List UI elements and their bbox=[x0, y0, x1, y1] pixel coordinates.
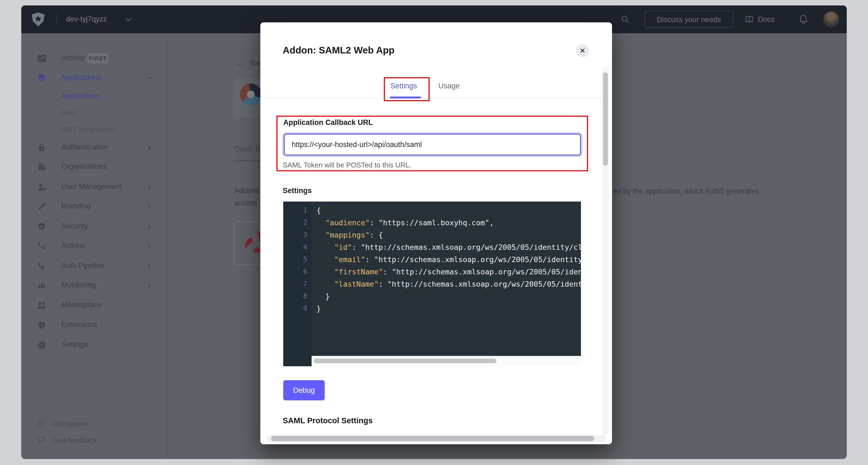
avatar[interactable] bbox=[823, 11, 839, 27]
sidebar-item-label: Settings bbox=[61, 340, 88, 349]
sidebar-item-branding[interactable]: Branding bbox=[21, 199, 167, 214]
tab-usage[interactable]: Usage bbox=[438, 82, 460, 90]
sidebar-item-label: SSO Integrations bbox=[61, 125, 115, 134]
sidebar-item-user-management[interactable]: User Management bbox=[21, 179, 167, 195]
first-badge: FIRST bbox=[87, 53, 108, 63]
debug-button[interactable]: Debug bbox=[283, 380, 325, 400]
back-arrow-icon: ← bbox=[236, 59, 245, 67]
code-line: } bbox=[316, 302, 581, 315]
code-scrollbar-thumb[interactable] bbox=[314, 359, 496, 363]
sidebar-item-security[interactable]: Security bbox=[21, 219, 167, 234]
code-line: "mappings": { bbox=[316, 229, 581, 241]
chevron-down-icon bbox=[147, 75, 153, 81]
docs-link[interactable]: Docs bbox=[744, 13, 775, 25]
app-logo-icon bbox=[240, 83, 262, 105]
shield-icon bbox=[37, 222, 46, 231]
discuss-your-needs-button[interactable]: Discuss your needs bbox=[645, 11, 733, 28]
sidebar-item-monitoring[interactable]: Monitoring bbox=[21, 278, 167, 293]
close-icon[interactable]: ✕ bbox=[576, 44, 589, 57]
back-link[interactable]: ← Bac bbox=[236, 59, 263, 67]
annotation-box-settings-tab bbox=[384, 77, 430, 101]
code-line: "audience": "https://saml.boxyhq.com", bbox=[316, 216, 581, 229]
modal-title: Addon: SAML2 Web App bbox=[283, 45, 395, 56]
code-line: { bbox=[316, 204, 581, 216]
modal-horizontal-scrollbar[interactable] bbox=[267, 435, 606, 442]
sidebar-item-label: Branding bbox=[61, 202, 91, 210]
sidebar-item-auth-pipeline[interactable]: Auth Pipeline bbox=[21, 259, 167, 274]
sidebar-item-marketplace[interactable]: Marketplace bbox=[21, 298, 167, 313]
modal-hscroll-thumb[interactable] bbox=[271, 436, 594, 441]
bars-icon bbox=[37, 281, 46, 290]
sidebar-item-label: Actions bbox=[61, 241, 86, 250]
sidebar-item-label: APIs bbox=[61, 108, 76, 117]
building-icon bbox=[37, 162, 46, 172]
settings-section-label: Settings bbox=[283, 186, 312, 195]
sidebar-item-organizations[interactable]: Organizations bbox=[21, 159, 167, 175]
activity-icon bbox=[37, 54, 46, 63]
gear-icon bbox=[37, 340, 46, 350]
addons-text-line1: Addons bbox=[234, 186, 259, 195]
sidebar-item-settings[interactable]: Settings bbox=[21, 337, 167, 353]
sidebar-item-label: Marketplace bbox=[61, 301, 101, 309]
brush-icon bbox=[37, 202, 46, 211]
addons-description-fragment: ed by the application, which Auth0 gener… bbox=[613, 187, 759, 196]
feedback-icon bbox=[37, 436, 45, 444]
sidebar-item-get-support[interactable]: ?Get support bbox=[21, 416, 167, 431]
tenant-switcher[interactable]: dev-tyj7qyzz bbox=[66, 15, 107, 24]
code-line: } bbox=[316, 290, 581, 302]
chevron-right-icon bbox=[147, 145, 153, 150]
sidebar-item-give-feedback[interactable]: Give feedback bbox=[21, 433, 167, 448]
screenshot-root: dev-tyj7qyzz Discuss your needs Docs Act… bbox=[0, 0, 868, 465]
modal-vertical-scrollbar[interactable] bbox=[602, 67, 609, 435]
sidebar-item-label: Applications bbox=[61, 92, 99, 100]
tab-quickstart[interactable]: Quick S bbox=[234, 145, 260, 153]
addon-saml2-modal: Addon: SAML2 Web App ✕ Settings Usage Ap… bbox=[260, 22, 612, 444]
sidebar-item-label: Get support bbox=[52, 419, 89, 428]
sidebar-item-actions[interactable]: Actions bbox=[21, 238, 167, 254]
chevron-right-icon bbox=[147, 224, 153, 230]
sidebar: ActivityFIRSTApplicationsApplicationsAPI… bbox=[21, 33, 168, 459]
code-lines: { "audience": "https://saml.boxyhq.com",… bbox=[312, 204, 581, 315]
code-line: "id": "http://schemas.xmlsoap.org/ws/200… bbox=[316, 241, 581, 253]
topbar-divider bbox=[56, 13, 57, 25]
sidebar-item-sso-integrations[interactable]: SSO Integrations bbox=[21, 122, 167, 137]
sidebar-item-extensions[interactable]: Extensions bbox=[21, 317, 167, 333]
sidebar-item-label: User Management bbox=[61, 182, 122, 191]
sidebar-item-applications[interactable]: Applications bbox=[21, 88, 167, 104]
annotation-box-callback bbox=[276, 116, 588, 171]
docs-label: Docs bbox=[758, 15, 775, 24]
sidebar-item-label: Auth Pipeline bbox=[61, 262, 105, 270]
auth0-logo-icon bbox=[31, 12, 46, 27]
extensions-icon bbox=[37, 320, 46, 330]
code-line: "lastName": "http://schemas.xmlsoap.org/… bbox=[316, 278, 581, 290]
code-horizontal-scrollbar[interactable] bbox=[312, 356, 581, 366]
code-gutter: 123456789 bbox=[283, 202, 312, 366]
chevron-right-icon bbox=[147, 263, 153, 269]
sidebar-item-label: Give feedback bbox=[52, 436, 97, 444]
sidebar-item-apis[interactable]: APIs bbox=[21, 105, 167, 120]
bell-icon[interactable] bbox=[798, 14, 809, 25]
code-line: "firstName": "http://schemas.xmlsoap.org… bbox=[316, 266, 581, 278]
sidebar-item-label: Authentication bbox=[61, 143, 108, 151]
user-gear-icon bbox=[37, 182, 46, 192]
sidebar-item-label: Extensions bbox=[61, 320, 97, 329]
chevron-down-icon bbox=[125, 17, 132, 22]
code-line: "email": "http://schemas.xmlsoap.org/ws/… bbox=[316, 253, 581, 266]
help-icon: ? bbox=[37, 419, 45, 428]
tabs-divider bbox=[266, 98, 606, 98]
sidebar-item-activity[interactable]: ActivityFIRST bbox=[21, 51, 167, 66]
book-icon bbox=[744, 14, 754, 24]
modal-vscroll-thumb[interactable] bbox=[603, 72, 608, 166]
sidebar-item-label: Monitoring bbox=[61, 281, 96, 289]
saml-protocol-settings-heading: SAML Protocol Settings bbox=[283, 416, 373, 425]
search-icon[interactable] bbox=[620, 15, 630, 24]
pipeline-icon bbox=[37, 262, 46, 271]
settings-code-editor[interactable]: 123456789 { "audience": "https://saml.bo… bbox=[283, 202, 581, 366]
sidebar-item-applications[interactable]: Applications bbox=[21, 70, 167, 86]
addons-text-line2: access bbox=[234, 199, 257, 207]
sidebar-item-label: Security bbox=[61, 222, 88, 230]
chevron-right-icon bbox=[147, 184, 153, 190]
lock-icon bbox=[37, 143, 46, 152]
applications-icon bbox=[37, 74, 46, 83]
sidebar-item-authentication[interactable]: Authentication bbox=[21, 140, 167, 155]
